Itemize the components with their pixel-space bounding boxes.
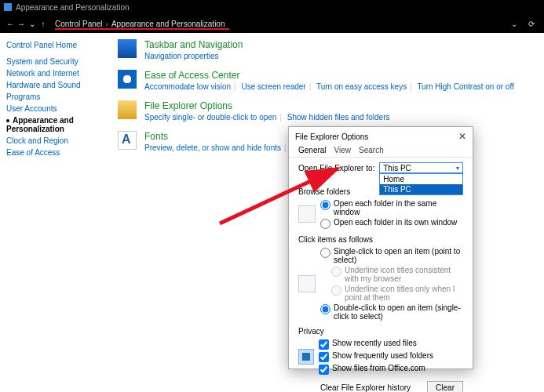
- radio-underline-browser: [331, 267, 341, 277]
- sidebar-item-users[interactable]: User Accounts: [6, 104, 104, 113]
- up-button[interactable]: ↑: [38, 20, 49, 28]
- link[interactable]: Accommodate low vision: [144, 82, 231, 91]
- back-button[interactable]: ←: [5, 20, 16, 28]
- section-title[interactable]: Ease of Access Center: [144, 70, 514, 81]
- sidebar-item-hardware[interactable]: Hardware and Sound: [6, 81, 104, 89]
- link[interactable]: Use screen reader: [241, 82, 305, 91]
- titlebar: Appearance and Personalization: [0, 0, 544, 14]
- refresh-button[interactable]: ⟳: [528, 20, 535, 28]
- taskbar-icon: [118, 39, 137, 58]
- radio-double-click[interactable]: [320, 304, 330, 314]
- link[interactable]: Specify single- or double-click to open: [144, 113, 276, 122]
- control-panel-icon: [4, 3, 12, 11]
- close-button[interactable]: ✕: [458, 131, 466, 142]
- window-title: Appearance and Personalization: [16, 3, 130, 12]
- sidebar-item-programs[interactable]: Programs: [6, 93, 104, 101]
- clear-history-label: Clear File Explorer history: [320, 383, 411, 392]
- section-ease: Ease of Access Center Accommodate low vi…: [118, 70, 536, 91]
- ease-icon: [118, 70, 137, 89]
- link[interactable]: Show hidden files and folders: [287, 113, 390, 122]
- check-office-files[interactable]: [319, 365, 329, 375]
- section-title[interactable]: File Explorer Options: [144, 100, 389, 111]
- combo-option-home[interactable]: Home: [380, 174, 462, 184]
- open-explorer-combo[interactable]: This PC ▾ Home This PC: [379, 162, 463, 173]
- tab-general[interactable]: General: [298, 146, 327, 157]
- sidebar-item-clock[interactable]: Clock and Region: [6, 136, 104, 145]
- section-file-explorer: File Explorer Options Specify single- or…: [118, 100, 536, 122]
- sidebar-home[interactable]: Control Panel Home: [6, 41, 104, 49]
- click-items-icon: [298, 275, 316, 292]
- combo-option-thispc[interactable]: This PC: [380, 184, 462, 194]
- sidebar-item-network[interactable]: Network and Internet: [6, 69, 104, 78]
- sidebar: Control Panel Home System and Security N…: [0, 33, 110, 392]
- breadcrumb-part-2[interactable]: Appearance and Personalization: [111, 20, 225, 28]
- clear-button[interactable]: Clear: [427, 381, 463, 392]
- link[interactable]: Turn High Contrast on or off: [417, 82, 513, 91]
- section-taskbar: Taskbar and Navigation Navigation proper…: [118, 39, 536, 60]
- check-frequent-folders[interactable]: [319, 352, 329, 362]
- tab-search[interactable]: Search: [359, 146, 384, 157]
- file-explorer-options-dialog: File Explorer Options ✕ General View Sea…: [288, 126, 473, 369]
- radio-underline-point: [331, 285, 341, 296]
- privacy-icon: [298, 349, 314, 365]
- breadcrumb[interactable]: Control Panel › Appearance and Personali…: [55, 20, 225, 28]
- combo-dropdown: Home This PC: [379, 173, 463, 195]
- recent-button[interactable]: ⌄: [27, 20, 38, 28]
- open-explorer-label: Open File Explorer to:: [298, 164, 374, 172]
- breadcrumb-part-1[interactable]: Control Panel: [55, 20, 103, 28]
- click-items-label: Click items as follows: [298, 235, 463, 244]
- address-bar: ← → ⌄ ↑ Control Panel › Appearance and P…: [0, 14, 544, 33]
- sidebar-item-ease[interactable]: Ease of Access: [6, 148, 104, 157]
- check-recent-files[interactable]: [319, 339, 329, 350]
- dialog-title: File Explorer Options: [295, 132, 368, 141]
- sidebar-item-system[interactable]: System and Security: [6, 57, 104, 66]
- forward-button[interactable]: →: [16, 20, 27, 28]
- radio-own-window[interactable]: [320, 219, 330, 229]
- chevron-down-icon: ▾: [456, 165, 459, 172]
- dialog-tabs: General View Search: [289, 143, 473, 158]
- link[interactable]: Preview, delete, or show and hide fonts: [144, 143, 281, 152]
- sidebar-item-appearance[interactable]: Appearance and Personalization: [6, 116, 104, 133]
- tab-view[interactable]: View: [334, 146, 352, 157]
- link[interactable]: Turn on easy access keys: [316, 82, 407, 91]
- radio-single-click[interactable]: [320, 248, 330, 258]
- radio-same-window[interactable]: [320, 200, 330, 210]
- combo-value: This PC: [383, 164, 411, 172]
- annotation-underline: [55, 28, 229, 30]
- breadcrumb-dropdown[interactable]: ⌄: [511, 20, 517, 28]
- privacy-label: Privacy: [298, 327, 463, 336]
- folder-icon: [118, 100, 137, 119]
- section-title[interactable]: Taskbar and Navigation: [144, 39, 243, 50]
- browse-folders-icon: [298, 205, 316, 223]
- chevron-right-icon: ›: [106, 20, 108, 28]
- link-nav-props[interactable]: Navigation properties: [144, 52, 219, 60]
- fonts-icon: [118, 131, 137, 150]
